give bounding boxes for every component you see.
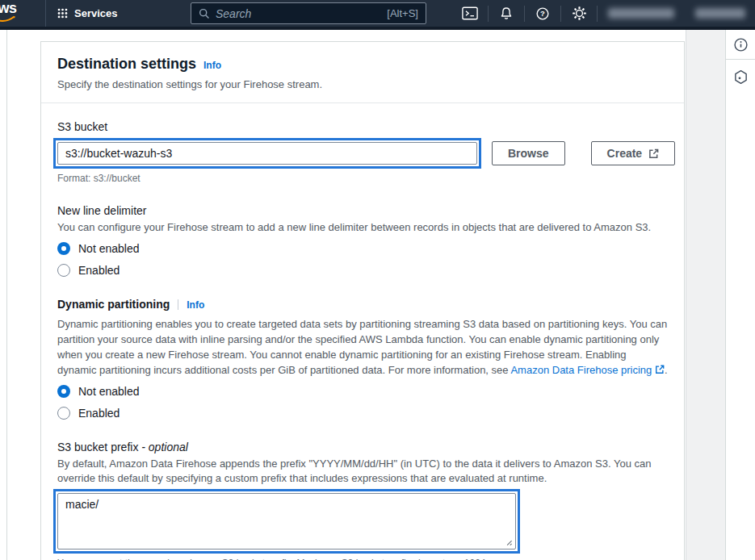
- page-content: Destination settingsInfo Specify the des…: [0, 30, 755, 560]
- account-menu-blurred[interactable]: [695, 8, 745, 19]
- s3-prefix-highlight-box: macie/: [53, 489, 520, 554]
- notifications-button[interactable]: [489, 0, 524, 27]
- dynamic-partitioning-label: Dynamic partitioning: [57, 298, 170, 311]
- s3-bucket-label: S3 bucket: [57, 119, 668, 135]
- new-line-delimiter-description: You can configure your Firehose stream t…: [57, 220, 667, 235]
- external-link-icon: [655, 365, 665, 374]
- panel-subtitle: Specify the destination settings for you…: [57, 77, 668, 92]
- panel-title-info-link[interactable]: Info: [203, 60, 221, 71]
- services-grid-icon: [57, 8, 68, 19]
- panel-header: Destination settingsInfo Specify the des…: [41, 42, 684, 103]
- browse-button[interactable]: Browse: [492, 141, 565, 165]
- svg-text:?: ?: [540, 9, 545, 18]
- amazon-q-button[interactable]: [726, 60, 755, 94]
- radio-option-enabled[interactable]: Enabled: [57, 262, 668, 278]
- dynamic-partitioning-options: Not enabled Enabled: [57, 383, 668, 421]
- search-icon: [199, 8, 210, 19]
- panel-title: Destination settings: [57, 56, 196, 72]
- label-divider: [178, 299, 178, 310]
- s3-prefix-description: By default, Amazon Data Firehose appends…: [57, 457, 667, 486]
- s3-bucket-format-hint: Format: s3://bucket: [57, 173, 668, 185]
- info-panel-button[interactable]: [726, 30, 755, 59]
- panel-body: S3 bucket Browse Create Format: s3://buc…: [41, 103, 684, 560]
- aws-logo[interactable]: aws: [0, 0, 45, 27]
- top-navigation-bar: aws Services [Alt+S]: [0, 0, 755, 27]
- help-panel-rail: [725, 30, 755, 560]
- firehose-pricing-link[interactable]: Amazon Data Firehose pricing: [510, 364, 664, 376]
- radio-button[interactable]: [57, 385, 70, 398]
- cloudshell-button[interactable]: [452, 0, 488, 27]
- help-button[interactable]: ?: [525, 0, 560, 27]
- optional-suffix: - optional: [141, 441, 188, 453]
- settings-button[interactable]: [561, 0, 597, 27]
- notifications-bell-icon: [499, 6, 514, 21]
- cloudshell-icon: [462, 6, 478, 20]
- settings-gear-icon: [573, 6, 586, 20]
- s3-prefix-label: S3 bucket prefix: [57, 441, 141, 453]
- radio-button[interactable]: [57, 264, 70, 277]
- services-menu-button[interactable]: Services: [46, 0, 129, 27]
- external-link-icon: [648, 148, 659, 159]
- topbar-divider: [597, 6, 598, 22]
- new-line-delimiter-label: New line delimiter: [57, 203, 668, 219]
- radio-option-not-enabled[interactable]: Not enabled: [57, 383, 668, 399]
- help-icon: ?: [535, 6, 550, 21]
- content-left-edge: [6, 30, 7, 560]
- region-selector-blurred[interactable]: [608, 8, 674, 19]
- amazon-q-icon: [733, 69, 749, 85]
- radio-button[interactable]: [57, 407, 70, 420]
- s3-prefix-label-row: S3 bucket prefix - optional: [57, 439, 668, 455]
- destination-settings-panel: Destination settingsInfo Specify the des…: [40, 41, 685, 560]
- search-input[interactable]: [216, 7, 381, 20]
- scrollbar-gutter[interactable]: [686, 30, 725, 560]
- aws-logo-text: aws: [0, 1, 17, 16]
- new-line-delimiter-options: Not enabled Enabled: [57, 240, 668, 278]
- s3-bucket-input[interactable]: [57, 142, 477, 165]
- dynamic-partitioning-info-link[interactable]: Info: [187, 299, 204, 311]
- search-shortcut-hint: [Alt+S]: [387, 7, 418, 19]
- aws-smile-icon: [0, 16, 15, 23]
- radio-option-enabled[interactable]: Enabled: [57, 405, 668, 421]
- create-button[interactable]: Create: [591, 141, 676, 165]
- radio-option-not-enabled[interactable]: Not enabled: [57, 240, 668, 257]
- radio-button[interactable]: [57, 242, 70, 255]
- services-label: Services: [74, 7, 118, 19]
- dynamic-partitioning-label-row: Dynamic partitioningInfo: [57, 296, 668, 313]
- s3-bucket-highlight-box: [53, 138, 481, 169]
- dynamic-partitioning-description: Dynamic partitioning enables you to crea…: [57, 316, 668, 378]
- info-icon: [733, 37, 749, 52]
- s3-prefix-textarea[interactable]: macie/: [57, 493, 516, 550]
- resize-handle-icon[interactable]: [504, 537, 513, 546]
- global-search-box[interactable]: [Alt+S]: [191, 2, 426, 24]
